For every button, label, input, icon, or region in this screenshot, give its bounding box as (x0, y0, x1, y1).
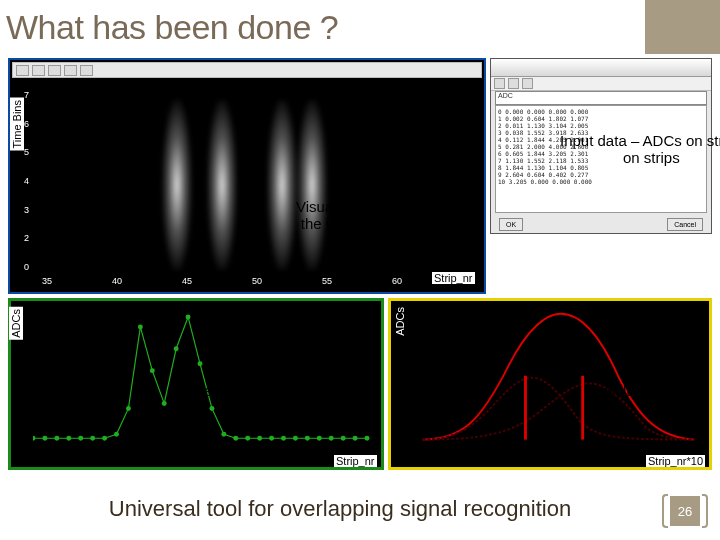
cancel-button[interactable]: Cancel (667, 218, 703, 231)
toolbar-icon[interactable] (16, 65, 29, 76)
toolbar-icon[interactable] (64, 65, 77, 76)
annotation-visualization: Visualization of the input data (296, 198, 397, 232)
toolbar-icon[interactable] (80, 65, 93, 76)
svg-point-18 (245, 436, 250, 441)
bracket-left-icon (662, 494, 668, 528)
y-axis-label-adcs: ADCs (9, 307, 23, 340)
result-plot (413, 309, 699, 442)
data-window-toolbar (491, 77, 711, 91)
heatmap-canvas: Time Bins 7 6 5 4 3 2 0 35 40 45 50 55 6… (12, 80, 482, 290)
toolbar-icon[interactable] (494, 78, 505, 89)
svg-point-20 (269, 436, 274, 441)
page-number-badge: 26 (662, 492, 708, 530)
svg-point-2 (54, 436, 59, 441)
svg-point-5 (90, 436, 95, 441)
data-window-titlebar (491, 59, 711, 77)
title-bar: What has been done ? (0, 0, 720, 54)
data-row: 2 0.011 1.130 3.104 2.005 (498, 122, 704, 129)
svg-point-21 (281, 436, 286, 441)
svg-point-13 (186, 314, 191, 319)
expression-input[interactable]: ADC (495, 91, 707, 105)
heatmap-toolbar (12, 62, 482, 78)
y-axis-label-timebins: Time Bins (10, 98, 24, 151)
svg-point-12 (174, 346, 179, 351)
heatmap-x-ticks: 35 40 45 50 55 60 65 (42, 276, 472, 286)
ok-button[interactable]: OK (499, 218, 523, 231)
title-accent (648, 0, 720, 54)
svg-point-7 (114, 432, 119, 437)
toolbar-icon[interactable] (48, 65, 61, 76)
annotation-search-area: Search area selection (186, 382, 331, 399)
heatmap-blob (162, 100, 192, 270)
annotation-result: Result display (588, 382, 681, 399)
svg-point-17 (233, 436, 238, 441)
svg-point-1 (42, 436, 47, 441)
svg-point-11 (162, 401, 167, 406)
svg-point-16 (221, 432, 226, 437)
toolbar-icon[interactable] (32, 65, 45, 76)
x-axis-label-stripnr: Strip_nr (432, 272, 475, 284)
svg-point-22 (293, 436, 298, 441)
svg-point-3 (66, 436, 71, 441)
x-axis-label-stripnr-scaled: Strip_nr*10 (646, 455, 705, 467)
svg-point-9 (138, 324, 143, 329)
svg-point-15 (209, 406, 214, 411)
svg-point-19 (257, 436, 262, 441)
svg-point-28 (365, 436, 370, 441)
svg-point-25 (329, 436, 334, 441)
svg-point-14 (198, 361, 203, 366)
toolbar-icon[interactable] (508, 78, 519, 89)
svg-point-0 (33, 436, 35, 441)
heatmap-blob (267, 100, 297, 270)
toolbar-icon[interactable] (522, 78, 533, 89)
svg-point-8 (126, 406, 131, 411)
data-row: 9 2.604 0.604 0.402 0.277 (498, 171, 704, 178)
heatmap-y-ticks: 7 6 5 4 3 2 0 (24, 90, 29, 272)
y-axis-label-adcs-2: ADCs (394, 307, 406, 336)
annotation-input-data: Input data – ADCs on strips on strips (560, 132, 720, 166)
svg-point-10 (150, 368, 155, 373)
heatmap-blob (207, 100, 237, 270)
x-axis-label-stripnr-2: Strip_nr (334, 455, 377, 467)
svg-point-27 (353, 436, 358, 441)
slide-title: What has been done ? (0, 8, 338, 47)
data-window-footer: OK Cancel (499, 218, 703, 231)
svg-point-24 (317, 436, 322, 441)
svg-point-26 (341, 436, 346, 441)
heatmap-blob (297, 100, 327, 270)
data-row: 10 3.205 0.000 0.000 0.000 (498, 178, 704, 185)
data-row: 1 0.002 0.604 1.802 1.077 (498, 115, 704, 122)
slide: What has been done ? Time Bins 7 6 5 4 3… (0, 0, 720, 540)
svg-point-4 (78, 436, 83, 441)
heatmap-panel: Time Bins 7 6 5 4 3 2 0 35 40 45 50 55 6… (8, 58, 486, 294)
search-plot (33, 309, 371, 448)
svg-point-6 (102, 436, 107, 441)
svg-point-23 (305, 436, 310, 441)
data-row: 0 0.000 0.000 0.000 0.000 (498, 108, 704, 115)
bracket-right-icon (702, 494, 708, 528)
slide-caption: Universal tool for overlapping signal re… (40, 496, 640, 522)
page-number: 26 (678, 504, 692, 519)
